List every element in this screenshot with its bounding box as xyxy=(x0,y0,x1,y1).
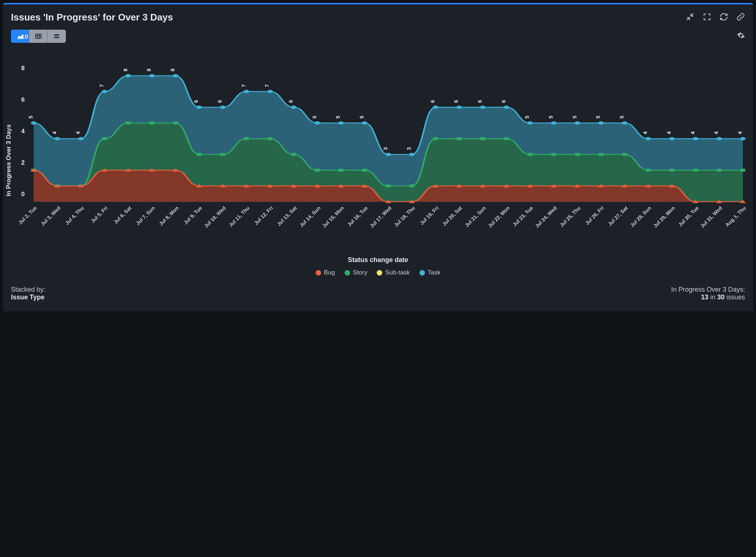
svg-point-16 xyxy=(338,122,344,125)
svg-rect-43 xyxy=(244,137,249,140)
svg-point-11 xyxy=(220,106,225,109)
svg-rect-64 xyxy=(740,169,745,172)
svg-rect-58 xyxy=(598,153,603,156)
svg-point-18 xyxy=(385,153,391,156)
legend-task[interactable]: Task xyxy=(420,269,441,276)
svg-rect-41 xyxy=(197,153,202,156)
svg-rect-47 xyxy=(338,169,343,172)
panel-footer: Stacked by: Issue Type In Progress Over … xyxy=(11,286,745,301)
svg-point-24 xyxy=(527,122,533,125)
svg-point-15 xyxy=(315,122,320,125)
svg-point-26 xyxy=(575,122,580,125)
x-axis-label: Status change date xyxy=(11,256,745,264)
panel-title: Issues 'In Progress' for Over 3 Days xyxy=(11,12,173,23)
svg-point-23 xyxy=(504,106,509,109)
legend-story[interactable]: Story xyxy=(345,269,368,276)
svg-point-8 xyxy=(149,74,155,78)
svg-point-4 xyxy=(54,137,60,141)
svg-point-30 xyxy=(669,137,675,141)
legend-subtask[interactable]: Sub-task xyxy=(377,269,410,276)
svg-rect-57 xyxy=(575,153,580,156)
svg-rect-49 xyxy=(386,184,391,187)
svg-point-20 xyxy=(433,106,438,109)
svg-rect-53 xyxy=(480,137,485,140)
summary: In Progress Over 3 Days: 13 in 30 issues xyxy=(671,286,745,301)
svg-point-7 xyxy=(125,74,131,78)
svg-point-32 xyxy=(716,137,722,141)
svg-point-25 xyxy=(551,122,556,125)
svg-rect-60 xyxy=(646,169,651,172)
svg-point-21 xyxy=(456,106,462,109)
svg-rect-63 xyxy=(717,169,722,172)
svg-rect-37 xyxy=(102,137,107,140)
svg-point-6 xyxy=(102,90,107,93)
svg-rect-1 xyxy=(54,34,59,35)
svg-point-17 xyxy=(362,122,367,125)
collapse-icon[interactable] xyxy=(686,12,695,23)
svg-rect-61 xyxy=(669,169,674,172)
svg-rect-52 xyxy=(457,137,462,140)
svg-rect-2 xyxy=(54,37,59,38)
svg-point-13 xyxy=(267,90,273,93)
chart-toolbar xyxy=(11,30,745,43)
svg-rect-42 xyxy=(220,153,225,156)
svg-rect-54 xyxy=(504,137,509,140)
y-axis-label: In Progress Over 3 Days xyxy=(5,124,12,197)
x-tick-labels: Jul 2, TueJul 3, WedJul 4, ThuJul 5, Fri… xyxy=(34,202,743,228)
svg-point-14 xyxy=(291,106,296,109)
list-view-button[interactable] xyxy=(48,30,66,43)
svg-point-10 xyxy=(196,106,202,109)
area-chart-svg xyxy=(34,44,743,202)
svg-point-22 xyxy=(480,106,485,109)
svg-point-29 xyxy=(646,137,651,141)
svg-rect-40 xyxy=(173,122,178,124)
svg-point-28 xyxy=(622,122,627,125)
stacked-by: Stacked by: Issue Type xyxy=(11,286,45,301)
svg-point-31 xyxy=(693,137,698,141)
svg-rect-39 xyxy=(149,122,154,124)
svg-point-9 xyxy=(173,74,178,78)
svg-rect-59 xyxy=(622,153,627,156)
svg-rect-38 xyxy=(126,122,131,124)
svg-rect-45 xyxy=(291,153,296,156)
table-view-button[interactable] xyxy=(29,30,48,43)
svg-rect-62 xyxy=(693,169,698,172)
svg-point-3 xyxy=(31,122,36,125)
chart-area: In Progress Over 3 Days 0246810544788866… xyxy=(11,44,745,276)
svg-rect-44 xyxy=(268,137,272,140)
fullscreen-icon[interactable] xyxy=(703,12,711,23)
plot-region: 02468105447888667765553366665555544444 xyxy=(34,44,743,202)
svg-rect-48 xyxy=(362,169,367,172)
refresh-icon[interactable] xyxy=(719,12,728,23)
svg-point-33 xyxy=(740,137,745,141)
svg-rect-50 xyxy=(409,184,414,187)
view-switch xyxy=(11,30,66,43)
svg-point-19 xyxy=(409,153,415,156)
svg-point-12 xyxy=(244,90,249,93)
svg-rect-55 xyxy=(528,153,533,156)
svg-rect-46 xyxy=(315,169,320,172)
legend-bug[interactable]: Bug xyxy=(316,269,335,276)
link-icon[interactable] xyxy=(736,12,745,23)
legend: Bug Story Sub-task Task xyxy=(11,269,745,276)
svg-rect-56 xyxy=(551,153,556,156)
svg-point-5 xyxy=(78,137,84,141)
chart-panel: Issues 'In Progress' for Over 3 Days In … xyxy=(3,3,753,311)
panel-header: Issues 'In Progress' for Over 3 Days xyxy=(11,12,745,23)
svg-rect-51 xyxy=(433,137,438,140)
svg-point-27 xyxy=(598,122,604,125)
panel-actions xyxy=(686,12,745,23)
settings-button[interactable] xyxy=(737,31,745,41)
